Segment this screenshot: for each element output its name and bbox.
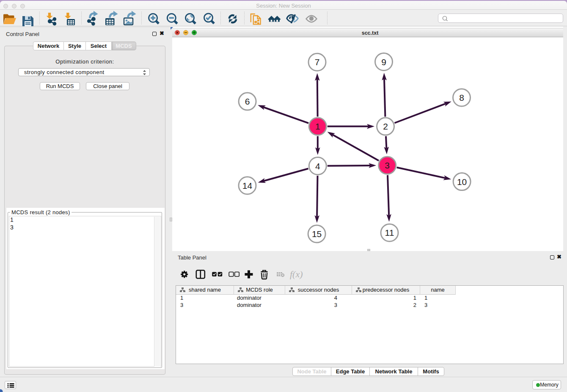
svg-text:9: 9 xyxy=(381,57,386,67)
svg-text:8: 8 xyxy=(459,93,464,102)
svg-text:10: 10 xyxy=(457,177,467,187)
svg-text:3: 3 xyxy=(385,160,390,170)
svg-text:7: 7 xyxy=(315,57,320,67)
svg-text:2: 2 xyxy=(383,121,388,131)
svg-text:4: 4 xyxy=(315,161,320,171)
svg-text:14: 14 xyxy=(242,181,253,190)
svg-text:6: 6 xyxy=(245,97,250,106)
svg-text:11: 11 xyxy=(385,228,394,237)
svg-text:f(x): f(x) xyxy=(290,269,303,279)
svg-text:15: 15 xyxy=(312,229,322,239)
svg-text:1: 1 xyxy=(315,121,320,131)
